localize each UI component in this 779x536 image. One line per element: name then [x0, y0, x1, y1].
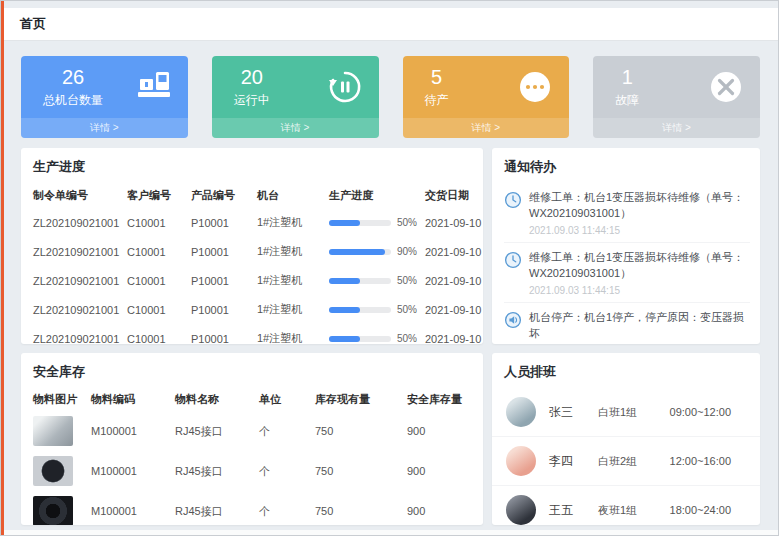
column-header: 生产进度 — [323, 183, 419, 208]
staff-row: 李四 白班2组 12:00~16:00 — [492, 437, 760, 486]
progress-cell: 50% — [323, 324, 419, 344]
progress-cell: 50% — [323, 208, 419, 237]
machine-name: 1#注塑机 — [251, 237, 323, 266]
stock-current: 750 — [309, 411, 401, 451]
stat-card-text: 20 运行中 — [234, 66, 270, 109]
tab-home[interactable]: 首页 — [20, 15, 46, 33]
stat-card-text: 5 待产 — [425, 66, 449, 109]
column-header: 物料图片 — [21, 388, 85, 411]
customer-no: C10001 — [121, 295, 185, 324]
progress-value: 50% — [397, 217, 417, 228]
column-header: 物料名称 — [169, 388, 253, 411]
staff-list: 张三 白班1组 09:00~12:00 李四 白班2组 12:00~16:00 … — [492, 388, 760, 525]
table-header-row: 制令单编号 客户编号 产品编号 机台 生产进度 交货日期 — [21, 183, 483, 208]
column-header: 库存现有量 — [309, 388, 401, 411]
table-row: M100001 RJ45接口 个 750 900 — [21, 491, 483, 525]
notification-body: 维修工单：机台1变压器损坏待维修（单号：WX202109031001） 2021… — [529, 190, 750, 236]
material-name: RJ45接口 — [169, 451, 253, 491]
notification-item[interactable]: 机台停产：机台1停产，停产原因：变压器损坏 — [504, 303, 750, 344]
stat-value: 26 — [62, 66, 84, 89]
production-progress-panel: 生产进度 制令单编号 客户编号 产品编号 机台 生产进度 交货日期 ZL2021 — [21, 148, 483, 344]
staff-time: 09:00~12:00 — [670, 406, 731, 418]
column-header: 交货日期 — [419, 183, 483, 208]
material-image-cell — [21, 451, 85, 491]
column-header: 机台 — [251, 183, 323, 208]
panel-title: 生产进度 — [21, 148, 483, 183]
table-row: ZL202109021001 C10001 P10001 1#注塑机 50% 2… — [21, 208, 483, 237]
product-no: P10001 — [185, 237, 251, 266]
table-row: M100001 RJ45接口 个 750 900 — [21, 451, 483, 491]
stock-current: 750 — [309, 451, 401, 491]
notification-body: 维修工单：机台1变压器损坏待维修（单号：WX202109031001） 2021… — [529, 250, 750, 296]
detail-link[interactable]: 详情 > — [403, 118, 570, 138]
notification-text: 维修工单：机台1变压器损坏待维修（单号：WX202109031001） — [529, 250, 750, 282]
material-photo — [33, 496, 73, 525]
order-no: ZL202109021001 — [21, 237, 121, 266]
stat-card-waiting: 5 待产 详情 > — [403, 56, 570, 138]
machine-name: 1#注塑机 — [251, 295, 323, 324]
material-code: M100001 — [85, 491, 169, 525]
progress-bar — [329, 249, 391, 255]
table-row: ZL202109021001 C10001 P10001 1#注塑机 50% 2… — [21, 295, 483, 324]
material-image-cell — [21, 491, 85, 525]
staff-schedule-panel: 人员排班 张三 白班1组 09:00~12:00 李四 白班2组 12:00~1… — [492, 353, 760, 525]
notification-list: 维修工单：机台1变压器损坏待维修（单号：WX202109031001） 2021… — [492, 183, 760, 344]
column-header: 产品编号 — [185, 183, 251, 208]
stat-label: 总机台数量 — [43, 92, 103, 109]
notification-item[interactable]: 维修工单：机台1变压器损坏待维修（单号：WX202109031001） 2021… — [504, 183, 750, 243]
delivery-date: 2021-09-10 — [419, 324, 483, 344]
staff-time: 12:00~16:00 — [670, 455, 731, 467]
stat-value: 20 — [241, 66, 263, 89]
left-accent-strip — [1, 1, 4, 535]
progress-value: 50% — [397, 333, 417, 344]
table-row: ZL202109021001 C10001 P10001 1#注塑机 50% 2… — [21, 324, 483, 344]
stat-value: 5 — [431, 66, 442, 89]
stat-card-main: 5 待产 — [403, 56, 570, 118]
machine-name: 1#注塑机 — [251, 208, 323, 237]
notification-body: 机台停产：机台1停产，停产原因：变压器损坏 — [529, 310, 750, 342]
table-row: ZL202109021001 C10001 P10001 1#注塑机 50% 2… — [21, 266, 483, 295]
staff-name: 李四 — [549, 453, 598, 470]
avatar — [506, 446, 536, 476]
material-code: M100001 — [85, 451, 169, 491]
notification-text: 机台停产：机台1停产，停产原因：变压器损坏 — [529, 310, 750, 342]
notification-item[interactable]: 维修工单：机台1变压器损坏待维修（单号：WX202109031001） 2021… — [504, 243, 750, 303]
stat-card-running: 20 运行中 详情 > — [212, 56, 379, 138]
stat-label: 运行中 — [234, 92, 270, 109]
material-unit: 个 — [253, 411, 309, 451]
order-no: ZL202109021001 — [21, 295, 121, 324]
stat-value: 1 — [622, 66, 633, 89]
tools-icon — [708, 69, 744, 105]
delivery-date: 2021-09-10 — [419, 295, 483, 324]
progress-value: 50% — [397, 304, 417, 315]
ellipsis-icon — [517, 69, 553, 105]
stat-cards-row: 26 总机台数量 详情 > 20 — [21, 56, 760, 138]
customer-no: C10001 — [121, 324, 185, 344]
bottom-edge — [4, 530, 778, 535]
avatar — [506, 495, 536, 525]
progress-bar — [329, 336, 391, 342]
progress-bar — [329, 307, 391, 313]
detail-link[interactable]: 详情 > — [593, 118, 760, 138]
stat-card-total-machines: 26 总机台数量 详情 > — [21, 56, 188, 138]
detail-link[interactable]: 详情 > — [21, 118, 188, 138]
notification-time: 2021.09.03 11:44:15 — [529, 285, 750, 296]
column-header: 物料编码 — [85, 388, 169, 411]
progress-cell: 50% — [323, 266, 419, 295]
stat-card-main: 20 运行中 — [212, 56, 379, 118]
progress-value: 50% — [397, 275, 417, 286]
product-no: P10001 — [185, 295, 251, 324]
progress-cell: 50% — [323, 295, 419, 324]
detail-link[interactable]: 详情 > — [212, 118, 379, 138]
table-header-row: 物料图片 物料编码 物料名称 单位 库存现有量 安全库存量 — [21, 388, 483, 411]
product-no: P10001 — [185, 208, 251, 237]
top-tab-bar: 首页 — [1, 8, 778, 41]
dashboard-window: 首页 26 总机台数量 详情 > — [0, 0, 779, 536]
column-header: 单位 — [253, 388, 309, 411]
avatar — [506, 397, 536, 427]
staff-shift: 白班1组 — [598, 405, 670, 420]
staff-shift: 夜班1组 — [598, 503, 670, 518]
stat-card-main: 1 故障 — [593, 56, 760, 118]
stock-safety: 900 — [401, 411, 483, 451]
staff-time: 18:00~24:00 — [670, 504, 731, 516]
